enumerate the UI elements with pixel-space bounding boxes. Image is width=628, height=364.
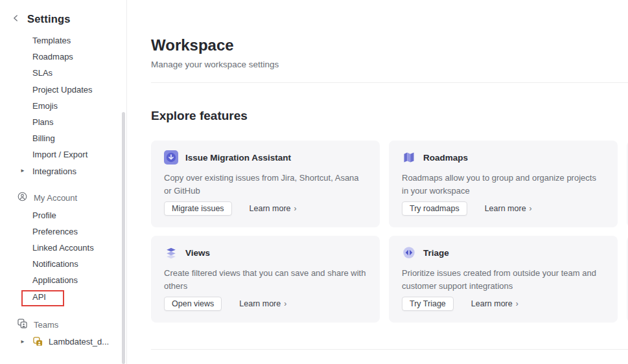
sidebar-item-api[interactable]: API [0, 289, 126, 305]
card-description: Prioritize issues created from outside y… [402, 267, 605, 292]
try-triage-button[interactable]: Try Triage [402, 297, 454, 311]
sidebar-item-applications[interactable]: Applications [0, 272, 126, 288]
chevron-right-icon: › [529, 204, 532, 213]
learn-more-link[interactable]: Learn more› [250, 204, 297, 213]
arrows-left-right-icon [402, 245, 416, 260]
feature-card-grid: Issue Migration Assistant Copy over exis… [151, 141, 628, 323]
download-icon [164, 150, 178, 165]
card-roadmaps: Roadmaps Roadmaps allow you to group and… [389, 141, 618, 227]
sidebar-item-linked-accounts[interactable]: Linked Accounts [0, 240, 126, 256]
learn-more-link[interactable]: Learn more› [485, 204, 532, 213]
sidebar-header: Settings [0, 0, 126, 25]
sidebar-scrollbar[interactable] [122, 112, 125, 364]
sidebar-item-import-export[interactable]: Import / Export [0, 146, 126, 163]
chevron-right-icon: › [284, 299, 286, 308]
chevron-left-icon [11, 14, 20, 25]
try-roadmaps-button[interactable]: Try roadmaps [402, 201, 467, 216]
user-circle-icon [17, 192, 27, 203]
card-views: Views Create filtered views that you can… [151, 236, 380, 323]
sidebar-item-preferences[interactable]: Preferences [0, 223, 126, 240]
main-panel: Workspace Manage your workspace settings… [127, 0, 628, 364]
header-divider [151, 82, 628, 83]
migrate-issues-button[interactable]: Migrate issues [164, 201, 232, 216]
sidebar-item-emojis[interactable]: Emojis [0, 98, 126, 114]
sidebar-item-team-lambdatest[interactable]: ► Lambdatest_d... [0, 333, 126, 350]
section-label: My Account [34, 193, 77, 203]
card-title: Roadmaps [423, 153, 468, 163]
page-title: Workspace [151, 0, 628, 54]
features-heading: Explore features [151, 108, 628, 123]
card-description: Create filtered views that you can save … [164, 267, 367, 292]
section-teams: Teams [0, 317, 126, 333]
settings-sidebar: Settings Templates Roadmaps SLAs Project… [0, 0, 127, 364]
card-description: Roadmaps allow you to group and organize… [402, 172, 605, 197]
team-avatar-icon [33, 337, 43, 347]
sidebar-item-billing[interactable]: Billing [0, 130, 126, 146]
sidebar-item-project-updates[interactable]: Project Updates [0, 82, 126, 98]
my-account-nav: Profile Preferences Linked Accounts Noti… [0, 207, 126, 305]
sidebar-title: Settings [27, 13, 71, 25]
chevron-right-icon: › [516, 299, 518, 308]
sidebar-item-integrations[interactable]: ► Integrations [0, 163, 126, 179]
team-name: Lambdatest_d... [49, 337, 109, 347]
card-title: Triage [423, 248, 449, 258]
expand-arrow-icon[interactable]: ► [20, 339, 25, 345]
sidebar-item-notifications[interactable]: Notifications [0, 256, 126, 272]
card-title: Issue Migration Assistant [185, 153, 291, 163]
card-issue-migration: Issue Migration Assistant Copy over exis… [151, 141, 380, 227]
sidebar-item-roadmaps[interactable]: Roadmaps [0, 49, 126, 65]
learn-more-link[interactable]: Learn more› [239, 299, 286, 308]
section-divider [151, 349, 628, 350]
map-icon [402, 150, 416, 165]
section-my-account: My Account [0, 190, 126, 206]
expand-arrow-icon[interactable]: ► [20, 163, 25, 179]
open-views-button[interactable]: Open views [164, 297, 222, 311]
card-triage: Triage Prioritize issues created from ou… [389, 236, 618, 323]
sidebar-item-profile[interactable]: Profile [0, 207, 126, 223]
teams-icon [17, 319, 27, 330]
sidebar-item-slas[interactable]: SLAs [0, 65, 126, 81]
chevron-right-icon: › [294, 204, 297, 213]
section-label: Teams [34, 320, 58, 330]
card-description: Copy over existing issues from Jira, Sho… [164, 172, 367, 197]
back-button[interactable] [11, 14, 20, 25]
card-title: Views [185, 248, 210, 258]
sidebar-item-templates[interactable]: Templates [0, 32, 126, 49]
workspace-settings-nav: Templates Roadmaps SLAs Project Updates … [0, 32, 126, 179]
sidebar-item-plans[interactable]: Plans [0, 114, 126, 130]
learn-more-link[interactable]: Learn more› [471, 299, 518, 308]
page-subtitle: Manage your workspace settings [151, 60, 628, 70]
layers-icon [164, 245, 178, 260]
